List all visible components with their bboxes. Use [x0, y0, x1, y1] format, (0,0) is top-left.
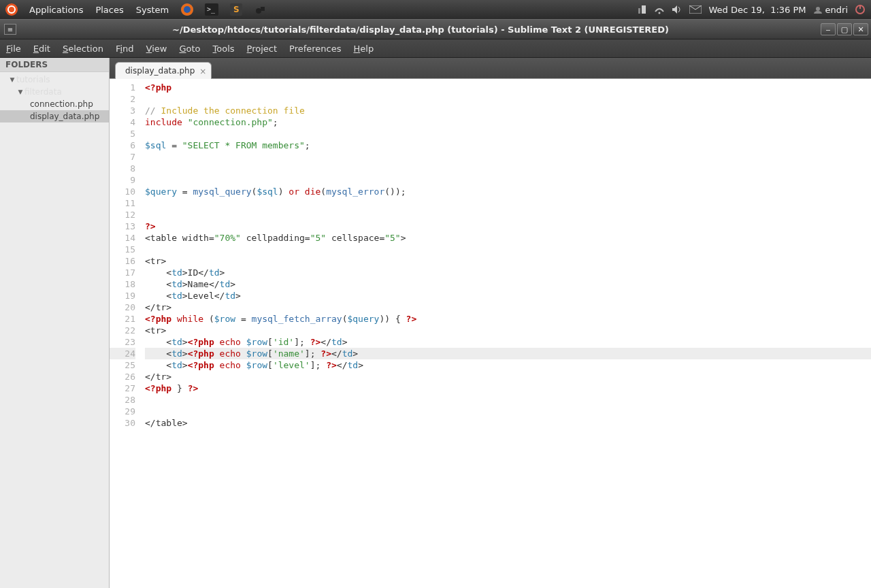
svg-rect-7	[261, 7, 265, 11]
menu-file[interactable]: File	[0, 39, 27, 57]
close-button[interactable]: ✕	[853, 23, 868, 35]
svg-text:S: S	[233, 5, 240, 14]
wifi-icon[interactable]	[654, 5, 665, 14]
svg-point-1	[184, 6, 191, 13]
svg-point-6	[256, 8, 261, 14]
menu-tools[interactable]: Tools	[207, 39, 241, 57]
minimize-button[interactable]: ‒	[821, 23, 836, 35]
firefox-icon[interactable]	[180, 2, 195, 17]
file-connection[interactable]: connection.php	[0, 98, 109, 110]
folder-filterdata[interactable]: ▼filterdata	[0, 86, 109, 98]
minimap[interactable]	[860, 85, 870, 289]
title-app-icon: ≡	[4, 24, 16, 35]
terminal-icon[interactable]: >_	[204, 2, 219, 17]
menu-goto[interactable]: Goto	[173, 39, 206, 57]
svg-point-10	[659, 12, 661, 14]
folder-root[interactable]: ▼tutorials	[0, 74, 109, 86]
line-gutter: 1234567891011121314151617181920212223242…	[110, 79, 142, 588]
applications-menu[interactable]: Applications	[23, 0, 89, 19]
gnome-top-panel: Applications Places System >_ S Wed Dec …	[0, 0, 871, 19]
indicator-icon[interactable]	[638, 5, 647, 14]
window-titlebar[interactable]: ≡ ~/Desktop/htdocs/tutorials/filterdata/…	[0, 19, 871, 39]
menu-help[interactable]: Help	[348, 39, 380, 57]
disclosure-arrow-icon: ▼	[8, 76, 16, 83]
tab-label: display_data.php	[125, 66, 195, 76]
clock-date[interactable]: Wed Dec 19, 1:36 PM	[708, 5, 806, 15]
tab-close-icon[interactable]: ×	[199, 67, 206, 76]
code-content[interactable]: <?php// Include the connection fileinclu…	[142, 79, 871, 588]
window-title: ~/Desktop/htdocs/tutorials/filterdata/di…	[20, 24, 821, 35]
tab-display-data[interactable]: display_data.php ×	[115, 62, 212, 79]
menu-find[interactable]: Find	[110, 39, 140, 57]
svg-marker-11	[672, 5, 677, 14]
places-menu[interactable]: Places	[89, 0, 129, 19]
volume-icon[interactable]	[672, 5, 683, 14]
svg-rect-8	[642, 5, 646, 14]
svg-rect-9	[638, 8, 640, 14]
mail-icon[interactable]	[689, 5, 702, 14]
tab-bar: display_data.php ×	[110, 58, 871, 79]
sublime-icon[interactable]: S	[229, 2, 244, 17]
svg-text:>_: >_	[207, 5, 216, 14]
user-menu[interactable]: endri	[813, 5, 848, 15]
code-editor[interactable]: 1234567891011121314151617181920212223242…	[110, 79, 871, 588]
disclosure-arrow-icon: ▼	[16, 88, 24, 95]
menu-preferences[interactable]: Preferences	[283, 39, 347, 57]
record-icon[interactable]	[253, 2, 268, 17]
menu-view[interactable]: View	[140, 39, 174, 57]
ubuntu-logo-icon[interactable]	[5, 3, 18, 16]
power-icon[interactable]	[855, 4, 866, 15]
file-display-data[interactable]: display_data.php	[0, 110, 109, 122]
maximize-button[interactable]: ▢	[837, 23, 852, 35]
system-tray: Wed Dec 19, 1:36 PM endri	[638, 4, 871, 15]
svg-point-13	[816, 7, 820, 11]
menu-selection[interactable]: Selection	[56, 39, 110, 57]
editor-area: display_data.php × 123456789101112131415…	[110, 58, 871, 588]
menu-project[interactable]: Project	[241, 39, 284, 57]
system-menu[interactable]: System	[130, 0, 175, 19]
menu-edit[interactable]: Edit	[27, 39, 56, 57]
sidebar: FOLDERS ▼tutorials ▼filterdata connectio…	[0, 58, 110, 588]
sidebar-header: FOLDERS	[0, 58, 109, 72]
app-menubar: File Edit Selection Find View Goto Tools…	[0, 39, 871, 58]
svg-point-14	[814, 11, 822, 14]
